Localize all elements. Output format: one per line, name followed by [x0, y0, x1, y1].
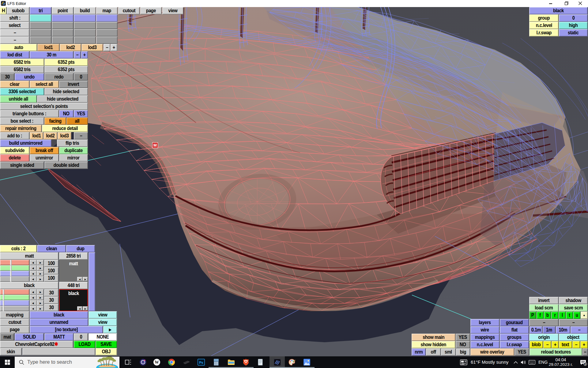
svg-text:W: W [155, 360, 159, 365]
svg-text:1: 1 [584, 362, 586, 366]
svg-text:Ps: Ps [199, 361, 203, 364]
